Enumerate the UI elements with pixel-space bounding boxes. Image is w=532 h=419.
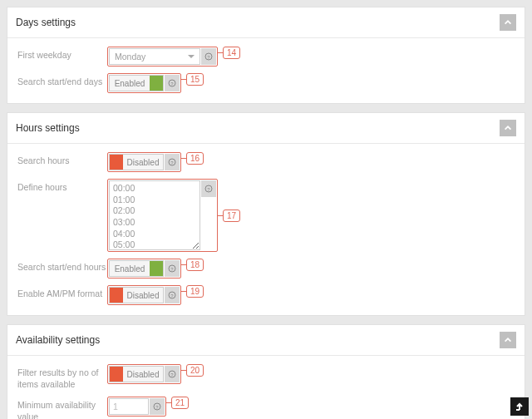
- days-settings-panel: Days settings First weekday Monday ?: [7, 7, 525, 104]
- help-button[interactable]: ?: [150, 398, 165, 415]
- help-icon: ?: [204, 52, 213, 61]
- svg-text:?: ?: [170, 293, 174, 298]
- arrow-up-icon: [504, 336, 512, 344]
- help-button[interactable]: ?: [165, 75, 180, 91]
- list-item[interactable]: 05:00: [113, 239, 196, 250]
- svg-text:?: ?: [170, 267, 174, 272]
- toggle-knob: [150, 261, 163, 276]
- toggle-label: Enabled: [110, 76, 150, 91]
- callout: 19: [181, 285, 204, 298]
- toggle-label: Disabled: [123, 367, 163, 382]
- filter-toggle[interactable]: Disabled: [109, 366, 164, 382]
- toggle-label: Disabled: [123, 288, 163, 303]
- search-hours-toggle[interactable]: Disabled: [109, 154, 164, 170]
- toggle-knob: [110, 155, 123, 170]
- search-days-label: Search start/end days: [17, 73, 107, 88]
- help-icon: ?: [168, 264, 176, 273]
- svg-text:?: ?: [207, 187, 210, 192]
- arrow-up-turn-icon: [515, 402, 525, 412]
- help-button[interactable]: ?: [165, 366, 180, 382]
- callout-number: 14: [223, 47, 240, 59]
- callout-number: 19: [186, 285, 204, 298]
- toggle-label: Disabled: [123, 155, 163, 170]
- availability-settings-panel: Availability settings Filter results by …: [7, 324, 525, 419]
- callout: 15: [181, 73, 204, 86]
- toggle-knob: [150, 76, 163, 91]
- help-button[interactable]: ?: [165, 287, 180, 303]
- callout-number: 16: [186, 152, 204, 165]
- min-avail-input[interactable]: 1: [109, 398, 149, 415]
- help-icon: ?: [168, 291, 176, 299]
- search-days-toggle[interactable]: Enabled: [109, 75, 164, 91]
- callout-number: 18: [186, 259, 204, 271]
- svg-text:?: ?: [155, 405, 159, 410]
- min-avail-label: Minimum availability value: [17, 397, 107, 419]
- list-item[interactable]: 04:00: [113, 229, 196, 240]
- panel-header: Hours settings: [7, 113, 525, 144]
- define-hours-label: Define hours: [17, 179, 107, 194]
- panel-title: Hours settings: [16, 122, 80, 134]
- svg-text:?: ?: [170, 372, 174, 377]
- help-button[interactable]: ?: [201, 48, 216, 65]
- search-hours-label: Search hours: [17, 152, 107, 167]
- arrow-up-icon: [504, 18, 512, 27]
- callout-number: 20: [186, 364, 204, 377]
- panel-header: Availability settings: [7, 325, 525, 356]
- help-button[interactable]: ?: [165, 154, 180, 170]
- search-se-hours-toggle[interactable]: Enabled: [109, 260, 164, 277]
- svg-text:?: ?: [170, 160, 174, 165]
- svg-text:?: ?: [207, 55, 210, 60]
- hours-settings-panel: Hours settings Search hours Disabled ?: [7, 112, 525, 316]
- scroll-top-button[interactable]: [510, 397, 529, 416]
- search-se-hours-label: Search start/end hours: [17, 259, 107, 274]
- help-button[interactable]: ?: [165, 260, 180, 277]
- callout: 20: [181, 364, 204, 377]
- first-weekday-label: First weekday: [17, 47, 107, 62]
- chevron-down-icon: [188, 55, 195, 58]
- help-icon: ?: [168, 158, 176, 166]
- callout-number: 21: [171, 397, 189, 409]
- list-item[interactable]: 03:00: [113, 217, 196, 229]
- select-value: Monday: [115, 52, 145, 62]
- callout-number: 15: [186, 73, 204, 86]
- toggle-label: Enabled: [110, 261, 150, 276]
- ampm-label: Enable AM/PM format: [17, 285, 107, 300]
- callout: 18: [181, 259, 204, 271]
- callout: 16: [181, 152, 204, 165]
- collapse-button[interactable]: [500, 332, 516, 348]
- callout: 14: [218, 47, 240, 59]
- toggle-knob: [110, 288, 123, 303]
- first-weekday-select[interactable]: Monday: [109, 48, 200, 65]
- callout: 21: [166, 397, 189, 409]
- ampm-toggle[interactable]: Disabled: [109, 287, 164, 303]
- callout: 17: [218, 210, 240, 222]
- help-icon: ?: [204, 185, 213, 193]
- panel-header: Days settings: [7, 7, 525, 38]
- help-button[interactable]: ?: [201, 180, 216, 197]
- toggle-knob: [110, 367, 123, 382]
- panel-title: Days settings: [16, 17, 76, 28]
- collapse-button[interactable]: [500, 14, 516, 31]
- list-item[interactable]: 00:00: [113, 183, 196, 195]
- list-item[interactable]: 02:00: [113, 205, 196, 217]
- callout-number: 17: [223, 210, 240, 222]
- filter-label: Filter results by no of items available: [17, 364, 107, 390]
- define-hours-listbox[interactable]: 00:00 01:00 02:00 03:00 04:00 05:00: [109, 180, 200, 250]
- panel-title: Availability settings: [16, 334, 100, 346]
- help-icon: ?: [168, 370, 176, 378]
- collapse-button[interactable]: [500, 120, 516, 136]
- help-icon: ?: [168, 79, 176, 87]
- arrow-up-icon: [504, 124, 512, 132]
- help-icon: ?: [153, 402, 161, 411]
- list-item[interactable]: 01:00: [113, 195, 196, 206]
- svg-text:?: ?: [170, 81, 174, 86]
